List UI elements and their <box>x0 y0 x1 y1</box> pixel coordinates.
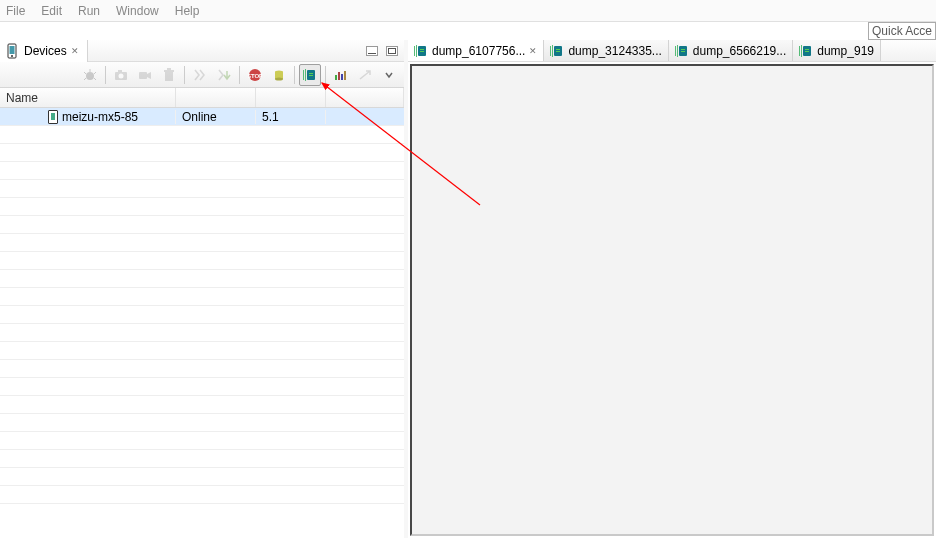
svg-rect-8 <box>165 72 173 81</box>
editor-tab-label: dump_919 <box>817 44 874 58</box>
svg-rect-19 <box>344 71 346 80</box>
table-row[interactable] <box>0 414 404 432</box>
table-row[interactable] <box>0 270 404 288</box>
trash-icon <box>161 67 177 83</box>
chevron-down-icon <box>381 67 397 83</box>
table-row[interactable] <box>0 468 404 486</box>
view-menu-button[interactable] <box>378 64 400 86</box>
table-row[interactable] <box>0 198 404 216</box>
heap-update-button[interactable] <box>213 64 235 86</box>
table-row[interactable] <box>0 306 404 324</box>
device-icon <box>4 43 20 59</box>
col-header-name[interactable]: Name <box>0 88 176 107</box>
screenshot-button[interactable] <box>110 64 132 86</box>
delete-button[interactable] <box>158 64 180 86</box>
editor-tab-label: dump_3124335... <box>568 44 661 58</box>
device-status: Online <box>182 110 217 124</box>
chart-icon <box>333 67 349 83</box>
ui-dump-icon <box>302 67 318 83</box>
menu-file[interactable]: File <box>6 4 25 18</box>
arrow-icon <box>357 67 373 83</box>
stop-icon: STOP <box>247 67 263 83</box>
col-header-status[interactable] <box>176 88 256 107</box>
svg-point-15 <box>275 77 283 80</box>
camcorder-icon <box>137 67 153 83</box>
maximize-view-icon[interactable] <box>386 46 398 56</box>
devices-pane: Devices ✕ STOP <box>0 40 408 538</box>
devices-toolbar: STOP <box>0 62 404 88</box>
dump-hierarchy-button[interactable] <box>299 64 321 86</box>
profile-button[interactable] <box>354 64 376 86</box>
table-row[interactable]: meizu-mx5-85 Online 5.1 <box>0 108 404 126</box>
device-version: 5.1 <box>262 110 279 124</box>
table-row[interactable] <box>0 252 404 270</box>
dump-file-icon <box>799 45 813 57</box>
table-row[interactable] <box>0 486 404 504</box>
table-row[interactable] <box>0 180 404 198</box>
dump-file-icon <box>414 45 428 57</box>
table-row[interactable] <box>0 378 404 396</box>
svg-rect-16 <box>335 75 337 80</box>
svg-rect-18 <box>341 74 343 80</box>
can-icon <box>271 67 287 83</box>
svg-rect-10 <box>167 68 171 70</box>
editor-tabbar: dump_6107756... ✕ dump_3124335... dump_6… <box>408 40 936 62</box>
editor-tab[interactable]: dump_6566219... <box>669 40 793 62</box>
devices-view-title: Devices <box>24 44 67 58</box>
svg-point-3 <box>86 72 94 80</box>
menu-window[interactable]: Window <box>116 4 159 18</box>
table-row[interactable] <box>0 126 404 144</box>
dump-file-icon <box>550 45 564 57</box>
table-row[interactable] <box>0 144 404 162</box>
table-row[interactable] <box>0 216 404 234</box>
table-row[interactable] <box>0 360 404 378</box>
bug-icon <box>82 67 98 83</box>
device-icon <box>48 110 58 124</box>
dump-file-icon <box>675 45 689 57</box>
editor-tab[interactable]: dump_3124335... <box>544 40 668 62</box>
menu-edit[interactable]: Edit <box>41 4 62 18</box>
debug-button[interactable] <box>79 64 101 86</box>
col-header-rest[interactable] <box>326 88 404 107</box>
svg-rect-7 <box>139 72 147 79</box>
table-row[interactable] <box>0 234 404 252</box>
svg-rect-9 <box>164 70 174 72</box>
table-row[interactable] <box>0 324 404 342</box>
minimize-view-icon[interactable] <box>366 46 378 56</box>
table-row[interactable] <box>0 450 404 468</box>
editor-tab[interactable]: dump_919 <box>793 40 881 62</box>
table-row[interactable] <box>0 288 404 306</box>
svg-rect-6 <box>118 70 122 72</box>
systrace-button[interactable] <box>330 64 352 86</box>
thread-update-button[interactable] <box>189 64 211 86</box>
close-icon[interactable]: ✕ <box>529 46 537 56</box>
quick-access-field[interactable]: Quick Acce <box>868 22 936 40</box>
col-header-version[interactable] <box>256 88 326 107</box>
editor-tab-label: dump_6107756... <box>432 44 525 58</box>
svg-point-2 <box>11 55 13 57</box>
gc-button[interactable] <box>268 64 290 86</box>
table-row[interactable] <box>0 162 404 180</box>
svg-text:STOP: STOP <box>248 73 262 79</box>
menubar: File Edit Run Window Help <box>0 0 936 22</box>
close-icon[interactable]: ✕ <box>71 46 79 56</box>
camera-icon <box>113 67 129 83</box>
table-row[interactable] <box>0 396 404 414</box>
devices-view-tabbar: Devices ✕ <box>0 40 404 62</box>
table-row[interactable] <box>0 342 404 360</box>
menu-help[interactable]: Help <box>175 4 200 18</box>
table-header: Name <box>0 88 404 108</box>
svg-rect-1 <box>10 46 15 54</box>
devices-view-tab[interactable]: Devices ✕ <box>0 40 88 62</box>
svg-point-5 <box>119 73 124 78</box>
stop-button[interactable]: STOP <box>244 64 266 86</box>
threads-icon <box>192 67 208 83</box>
device-table[interactable]: Name meizu-mx5-85 Online 5.1 <box>0 88 404 538</box>
editor-content[interactable] <box>410 64 934 536</box>
screen-record-button[interactable] <box>134 64 156 86</box>
editor-tab[interactable]: dump_6107756... ✕ <box>408 40 544 62</box>
editor-tab-label: dump_6566219... <box>693 44 786 58</box>
table-row[interactable] <box>0 432 404 450</box>
menu-run[interactable]: Run <box>78 4 100 18</box>
threads-down-icon <box>216 67 232 83</box>
